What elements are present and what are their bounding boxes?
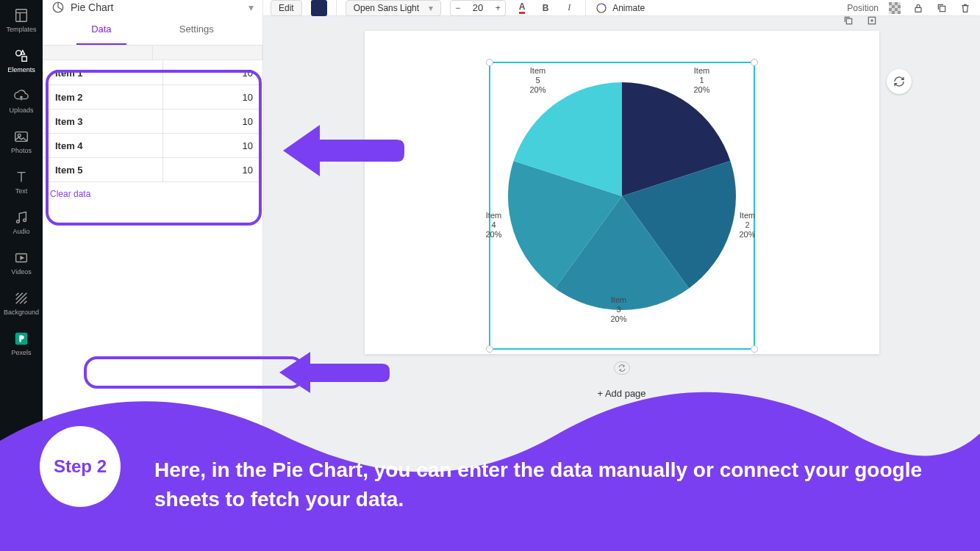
photos-icon bbox=[13, 129, 29, 145]
svg-rect-20 bbox=[898, 11, 901, 14]
horizontal-scrollbar[interactable]: ◂▸ bbox=[43, 435, 262, 445]
add-page-button[interactable]: + Add page bbox=[597, 388, 645, 399]
data-cell-value[interactable]: 10 bbox=[163, 134, 262, 157]
add-page-icon[interactable] bbox=[865, 13, 879, 28]
data-cell-name[interactable]: Item 4 bbox=[43, 134, 163, 157]
nav-label: Elements bbox=[7, 66, 35, 73]
data-row[interactable]: Item 310 bbox=[43, 109, 262, 134]
clear-data-link[interactable]: Clear data bbox=[43, 183, 262, 205]
nav-background[interactable]: Background bbox=[0, 283, 43, 323]
svg-rect-14 bbox=[895, 2, 898, 5]
data-cell-name[interactable]: Item 1 bbox=[43, 61, 163, 84]
data-cell-name[interactable]: Item 3 bbox=[43, 109, 163, 133]
svg-point-6 bbox=[24, 219, 26, 222]
notes-icon[interactable] bbox=[288, 533, 300, 545]
trash-icon[interactable] bbox=[958, 1, 973, 15]
chevron-down-icon: ▾ bbox=[248, 1, 254, 13]
tab-settings[interactable]: Settings bbox=[165, 15, 229, 45]
panel-tabs: Data Settings bbox=[43, 15, 262, 46]
chart-type-label: Pie Chart bbox=[71, 1, 113, 13]
annotation-arrow-bottom bbox=[279, 349, 390, 397]
text-icon bbox=[13, 169, 29, 185]
pie-label-3: Item320% bbox=[611, 295, 627, 324]
background-icon bbox=[13, 290, 29, 306]
elements-icon bbox=[13, 48, 29, 64]
pie-label-1: Item120% bbox=[694, 66, 710, 95]
data-cell-name[interactable]: Item 2 bbox=[43, 85, 163, 109]
add-data-header[interactable]: ADD DATA ⌃ bbox=[43, 445, 262, 472]
page-sync-icon[interactable] bbox=[614, 361, 630, 375]
font-size-plus[interactable]: + bbox=[490, 1, 505, 15]
data-row[interactable]: Item 510 bbox=[43, 158, 262, 182]
google-sheets-button[interactable]: Google Sheets bbox=[74, 472, 255, 500]
svg-rect-18 bbox=[895, 8, 898, 11]
bold-icon[interactable]: B bbox=[538, 1, 553, 15]
duplicate-icon[interactable] bbox=[934, 1, 949, 15]
italic-icon[interactable]: I bbox=[562, 1, 576, 15]
data-row[interactable]: Item 410 bbox=[43, 134, 262, 158]
data-row[interactable]: Item 110 bbox=[43, 61, 262, 85]
svg-rect-21 bbox=[915, 7, 921, 12]
uploads-icon bbox=[13, 88, 29, 104]
duplicate-page-icon[interactable] bbox=[841, 13, 856, 28]
tab-data[interactable]: Data bbox=[76, 15, 126, 45]
font-size-minus[interactable]: − bbox=[451, 1, 465, 15]
svg-rect-16 bbox=[898, 5, 901, 8]
pie-label-4: Item420% bbox=[486, 211, 502, 240]
nav-uploads[interactable]: Uploads bbox=[0, 81, 43, 121]
svg-point-4 bbox=[18, 134, 21, 137]
nav-audio[interactable]: Audio bbox=[0, 202, 43, 242]
nav-label: Audio bbox=[12, 228, 29, 235]
svg-rect-2 bbox=[22, 57, 26, 61]
nav-label: Photos bbox=[11, 147, 32, 154]
zoom-value[interactable]: 38% bbox=[943, 533, 962, 544]
audio-icon bbox=[13, 209, 29, 226]
data-cell-value[interactable]: 10 bbox=[163, 61, 262, 84]
font-size-value[interactable]: 20 bbox=[465, 2, 490, 13]
transparency-icon[interactable] bbox=[887, 1, 902, 15]
data-cell-value[interactable]: 10 bbox=[163, 85, 262, 109]
nav-templates[interactable]: Templates bbox=[0, 0, 43, 40]
svg-rect-13 bbox=[889, 2, 892, 5]
canvas-page[interactable]: Item120% Item220% Item320% Item420% Item… bbox=[365, 31, 879, 354]
left-nav-rail: Templates Elements Uploads Photos Text A… bbox=[0, 0, 43, 551]
nav-pexels[interactable]: Pexels bbox=[0, 323, 43, 364]
add-data-label: ADD DATA bbox=[51, 456, 94, 465]
svg-rect-15 bbox=[892, 5, 895, 8]
lock-icon[interactable] bbox=[911, 1, 926, 15]
data-cell-name[interactable]: Item 5 bbox=[43, 158, 163, 181]
font-select[interactable]: Open Sans Light▾ bbox=[346, 0, 441, 16]
data-row[interactable]: Item 210 bbox=[43, 85, 262, 109]
data-cell-value[interactable]: 10 bbox=[163, 158, 262, 181]
google-sheets-icon bbox=[50, 478, 66, 494]
nav-label: Pexels bbox=[11, 349, 31, 356]
nav-label: Background bbox=[4, 309, 39, 316]
svg-rect-22 bbox=[940, 6, 945, 11]
notes-label[interactable]: N bbox=[306, 533, 312, 544]
color-swatch[interactable] bbox=[311, 0, 327, 16]
side-panel: Pie Chart ▾ Data Settings Item 110Item 2… bbox=[43, 0, 263, 551]
edit-button[interactable]: Edit bbox=[271, 0, 302, 16]
svg-rect-19 bbox=[892, 11, 895, 14]
animate-button[interactable]: Animate bbox=[595, 1, 645, 15]
pie-label-2: Item220% bbox=[740, 211, 756, 240]
chart-type-selector[interactable]: Pie Chart ▾ bbox=[43, 0, 262, 15]
annotation-arrow-top bbox=[283, 121, 404, 180]
pie-label-5: Item520% bbox=[530, 66, 546, 95]
canvas-area: Edit Open Sans Light▾ − 20 + A B I Anima… bbox=[263, 0, 980, 551]
bottom-bar: N 38% bbox=[263, 526, 980, 551]
chevron-up-icon: ⌃ bbox=[247, 455, 254, 465]
nav-text[interactable]: Text bbox=[0, 162, 43, 202]
nav-videos[interactable]: Videos bbox=[0, 242, 43, 283]
nav-photos[interactable]: Photos bbox=[0, 121, 43, 162]
pie-chart[interactable] bbox=[501, 75, 743, 317]
refresh-chart-button[interactable] bbox=[887, 69, 912, 94]
svg-rect-17 bbox=[889, 8, 892, 11]
position-button[interactable]: Position bbox=[847, 3, 879, 13]
nav-elements[interactable]: Elements bbox=[0, 40, 43, 81]
text-color-icon[interactable]: A bbox=[515, 1, 529, 15]
data-grid[interactable]: Item 110Item 210Item 310Item 410Item 510 bbox=[43, 60, 262, 183]
nav-label: Uploads bbox=[9, 107, 33, 114]
data-cell-value[interactable]: 10 bbox=[163, 109, 262, 133]
nav-label: Templates bbox=[6, 26, 36, 33]
